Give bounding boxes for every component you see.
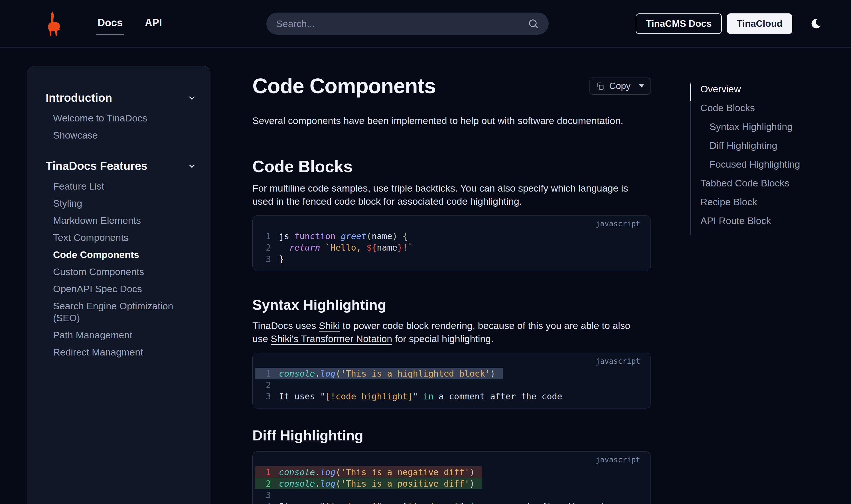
syntax-paragraph: TinaDocs uses Shiki to power code block … bbox=[252, 319, 640, 345]
toc-item-code-blocks[interactable]: Code Blocks bbox=[701, 102, 755, 113]
theme-toggle-button[interactable] bbox=[810, 17, 822, 30]
moon-icon bbox=[810, 17, 822, 30]
main-content: Code Components Copy Several components … bbox=[252, 48, 651, 504]
line-number: 2 bbox=[261, 242, 271, 253]
code-line: 3} bbox=[255, 253, 291, 265]
search-icon bbox=[528, 18, 539, 29]
sidebar-item-showcase[interactable]: Showcase bbox=[46, 127, 196, 144]
line-number: 4 bbox=[261, 501, 271, 504]
line-number: 1 bbox=[261, 467, 271, 477]
sidebar-item-text-components[interactable]: Text Components bbox=[46, 229, 196, 246]
chevron-down-icon bbox=[188, 162, 196, 171]
sidebar-column: IntroductionWelcome to TinaDocsShowcaseT… bbox=[0, 48, 211, 504]
heading-syntax-highlighting: Syntax Highlighting bbox=[252, 297, 651, 313]
toc-item-recipe-block[interactable]: Recipe Block bbox=[701, 196, 757, 207]
sidebar-section-title: TinaDocs Features bbox=[46, 160, 147, 173]
code-language-label: javascript bbox=[255, 219, 642, 228]
code-line: 2 return `Hello, ${name}!` bbox=[255, 242, 420, 253]
toc-entry: Syntax Highlighting bbox=[701, 121, 851, 132]
toc-column: OverviewCode BlocksSyntax HighlightingDi… bbox=[690, 48, 851, 504]
sidebar-panel: IntroductionWelcome to TinaDocsShowcaseT… bbox=[27, 66, 211, 504]
sidebar-item-redirect-managment[interactable]: Redirect Managment bbox=[46, 343, 196, 361]
sidebar-section-header-introduction[interactable]: Introduction bbox=[46, 91, 196, 104]
line-number: 1 bbox=[261, 368, 271, 379]
intro-paragraph: Several components have been implemented… bbox=[252, 114, 651, 127]
sidebar-item-feature-list[interactable]: Feature List bbox=[46, 178, 196, 195]
toc-entry: Overview bbox=[701, 84, 851, 94]
tinacloud-button[interactable]: TinaCloud bbox=[727, 13, 792, 34]
toc-entry: Recipe Block bbox=[701, 196, 851, 207]
sidebar-item-openapi-spec-docs[interactable]: OpenAPI Spec Docs bbox=[46, 280, 196, 297]
toc-item-syntax-highlighting[interactable]: Syntax Highlighting bbox=[710, 121, 793, 132]
sidebar-item-custom-components[interactable]: Custom Components bbox=[46, 263, 196, 280]
sidebar-item-search-engine-optimization-seo[interactable]: Search Engine Optimization (SEO) bbox=[46, 297, 196, 326]
link-shiki[interactable]: Shiki bbox=[319, 320, 340, 331]
link-shiki-s-transformer-notation[interactable]: Shiki's Transformer Notation bbox=[271, 333, 392, 344]
code-line: 2 bbox=[255, 379, 289, 391]
sidebar-items: Feature ListStylingMarkdown ElementsText… bbox=[46, 178, 196, 361]
nav-api[interactable]: API bbox=[145, 17, 162, 31]
sidebar-item-code-components[interactable]: Code Components bbox=[46, 246, 196, 263]
code-language-label: javascript bbox=[255, 357, 642, 365]
toc-entry: Diff Highlighting bbox=[701, 140, 851, 151]
toc-item-diff-highlighting[interactable]: Diff Highlighting bbox=[710, 140, 777, 151]
code-blocks-paragraph: For multiline code samples, use triple b… bbox=[252, 182, 640, 208]
sidebar-section-tinadocs-features: TinaDocs FeaturesFeature ListStylingMark… bbox=[46, 160, 196, 361]
code-line: 2console.log('This is a positive diff') bbox=[255, 478, 482, 489]
code-line: 1console.log('This is a highlighted bloc… bbox=[255, 368, 503, 379]
toc-entry: API Route Block bbox=[701, 215, 851, 226]
code-language-label: javascript bbox=[255, 455, 642, 464]
heading-code-blocks: Code Blocks bbox=[252, 157, 651, 176]
toc-active-marker bbox=[690, 84, 691, 101]
toc-entry: Focused Highlighting bbox=[701, 159, 851, 169]
line-number: 3 bbox=[261, 490, 271, 500]
header: Docs API TinaCMS Docs TinaCloud bbox=[0, 0, 851, 48]
line-number: 1 bbox=[261, 231, 271, 241]
code-block-basic[interactable]: javascript1js function greet(name) {2 re… bbox=[252, 215, 651, 271]
line-number: 3 bbox=[261, 391, 271, 401]
sidebar-item-markdown-elements[interactable]: Markdown Elements bbox=[46, 212, 196, 229]
nav-docs[interactable]: Docs bbox=[97, 17, 123, 31]
tina-llama-logo-icon[interactable] bbox=[46, 12, 61, 36]
line-number: 3 bbox=[261, 254, 271, 264]
copy-dropdown-caret-icon[interactable] bbox=[639, 84, 644, 88]
sidebar-item-welcome-to-tinadocs[interactable]: Welcome to TinaDocs bbox=[46, 109, 196, 127]
chevron-down-icon bbox=[188, 93, 196, 103]
toc-entry: Tabbed Code Blocks bbox=[701, 178, 851, 188]
heading-diff-highlighting: Diff Highlighting bbox=[252, 427, 651, 444]
toc-item-focused-highlighting[interactable]: Focused Highlighting bbox=[710, 159, 800, 169]
code-line: 4It uses "[!code --]" or "[!code ++]" in… bbox=[255, 501, 616, 504]
code-block-highlight[interactable]: javascript1console.log('This is a highli… bbox=[252, 353, 651, 409]
header-actions: TinaCMS Docs TinaCloud bbox=[636, 13, 822, 34]
sidebar-item-styling[interactable]: Styling bbox=[46, 195, 196, 212]
copy-button-label: Copy bbox=[609, 81, 631, 91]
toc-item-tabbed-code-blocks[interactable]: Tabbed Code Blocks bbox=[701, 178, 790, 188]
code-line: 3 bbox=[255, 489, 289, 501]
line-number: 2 bbox=[261, 380, 271, 390]
primary-nav: Docs API bbox=[97, 17, 162, 31]
line-number: 2 bbox=[261, 479, 271, 489]
page-title: Code Components bbox=[252, 74, 436, 98]
code-line: 3It uses "[!code highlight]" in a commen… bbox=[255, 391, 569, 402]
toc-list: OverviewCode BlocksSyntax HighlightingDi… bbox=[701, 84, 851, 226]
search-input[interactable] bbox=[276, 18, 528, 29]
code-line: 1js function greet(name) { bbox=[255, 230, 415, 242]
copy-icon bbox=[596, 82, 605, 90]
toc-item-overview[interactable]: Overview bbox=[701, 84, 741, 94]
code-block-diff[interactable]: javascript1console.log('This is a negati… bbox=[252, 451, 651, 504]
toc-entry: Code Blocks bbox=[701, 102, 851, 113]
sidebar-items: Welcome to TinaDocsShowcase bbox=[46, 109, 196, 144]
search-bar[interactable] bbox=[266, 13, 549, 35]
sidebar-section-header-tinadocs-features[interactable]: TinaDocs Features bbox=[46, 160, 196, 173]
toc-item-api-route-block[interactable]: API Route Block bbox=[701, 215, 771, 226]
sidebar-section-introduction: IntroductionWelcome to TinaDocsShowcase bbox=[46, 91, 196, 144]
sidebar-section-title: Introduction bbox=[46, 91, 112, 104]
sidebar-item-path-management[interactable]: Path Management bbox=[46, 326, 196, 343]
copy-button[interactable]: Copy bbox=[589, 77, 651, 95]
tinacms-docs-button[interactable]: TinaCMS Docs bbox=[636, 13, 722, 34]
code-line: 1console.log('This is a negative diff') bbox=[255, 466, 482, 478]
